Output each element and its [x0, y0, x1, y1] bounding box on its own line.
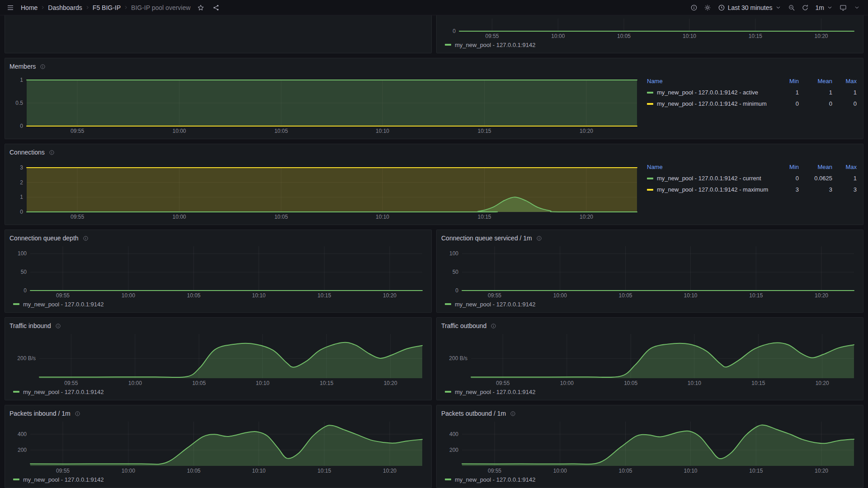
- gear-icon[interactable]: [702, 2, 713, 14]
- info-icon[interactable]: [75, 411, 80, 417]
- svg-text:100: 100: [18, 250, 27, 257]
- menu-toggle-icon[interactable]: [5, 2, 16, 14]
- svg-text:100: 100: [449, 250, 458, 257]
- series-color-marker: [647, 178, 653, 179]
- info-icon[interactable]: [49, 150, 55, 155]
- info-icon[interactable]: [536, 235, 542, 241]
- svg-text:09:55: 09:55: [71, 128, 84, 134]
- svg-text:0: 0: [453, 28, 456, 34]
- info-icon[interactable]: [510, 411, 516, 417]
- series-toggle[interactable]: my_new_pool - 127.0.0.1:9142 - minimum: [647, 100, 772, 107]
- svg-text:10:00: 10:00: [553, 292, 567, 299]
- panel-header: Packets outbound / 1m: [441, 409, 859, 418]
- series-legend-label[interactable]: my_new_pool - 127.0.0.1:9142: [455, 301, 536, 308]
- svg-text:10:15: 10:15: [477, 128, 491, 134]
- time-range-picker[interactable]: Last 30 minutes: [715, 2, 784, 14]
- series-legend-label[interactable]: my_new_pool - 127.0.0.1:9142: [455, 476, 536, 483]
- legend: my_new_pool - 127.0.0.1:9142: [441, 475, 859, 484]
- legend-col-max[interactable]: Max: [832, 78, 857, 84]
- svg-text:10:05: 10:05: [617, 33, 631, 39]
- svg-text:10:15: 10:15: [477, 214, 491, 220]
- breadcrumb-folder[interactable]: F5 BIG-IP: [92, 4, 122, 11]
- panel-title-connections[interactable]: Connections: [9, 149, 45, 156]
- refresh-icon[interactable]: [799, 2, 811, 14]
- info-icon[interactable]: [83, 235, 89, 241]
- svg-text:10:10: 10:10: [683, 33, 696, 39]
- series-legend-label[interactable]: my_new_pool - 127.0.0.1:9142: [455, 389, 536, 395]
- members-chart[interactable]: 09:5510:0010:0510:1010:1510:2000.51: [9, 72, 642, 135]
- svg-text:400: 400: [18, 431, 27, 437]
- legend-col-name[interactable]: Name: [647, 78, 772, 84]
- panel-title-packets-outbound[interactable]: Packets outbound / 1m: [441, 410, 506, 417]
- panel-title-traffic-inbound[interactable]: Traffic inbound: [9, 322, 51, 329]
- svg-text:10:20: 10:20: [815, 292, 828, 299]
- panel-header: Connections: [9, 148, 859, 157]
- svg-text:09:55: 09:55: [56, 468, 70, 474]
- legend-col-mean[interactable]: Mean: [799, 164, 832, 170]
- svg-text:10:05: 10:05: [187, 292, 200, 299]
- svg-text:1: 1: [20, 194, 23, 200]
- monitor-icon[interactable]: [837, 2, 849, 14]
- panel-title-traffic-outbound[interactable]: Traffic outbound: [441, 322, 486, 329]
- breadcrumb-dashboards[interactable]: Dashboards: [47, 4, 83, 11]
- zoom-out-icon[interactable]: [786, 2, 797, 14]
- svg-text:10:05: 10:05: [187, 468, 200, 474]
- stat-mean: 0.0625: [799, 175, 832, 182]
- breadcrumb-home[interactable]: Home: [20, 4, 38, 11]
- legend-col-min[interactable]: Min: [772, 164, 799, 170]
- svg-text:10:20: 10:20: [815, 468, 828, 474]
- panel-title-packets-inbound[interactable]: Packets inbound / 1m: [9, 410, 71, 417]
- svg-text:10:20: 10:20: [816, 380, 829, 386]
- series-legend-label[interactable]: my_new_pool - 127.0.0.1:9142: [455, 42, 536, 48]
- share-icon[interactable]: [210, 2, 222, 14]
- traffic-outbound-chart[interactable]: 09:5510:0010:0510:1010:1510:20200 B/s: [441, 331, 859, 387]
- series-toggle[interactable]: my_new_pool - 127.0.0.1:9142 - current: [647, 175, 772, 182]
- series-legend-label[interactable]: my_new_pool - 127.0.0.1:9142: [23, 476, 104, 483]
- refresh-interval-label: 1m: [816, 4, 824, 11]
- star-icon[interactable]: [195, 2, 207, 14]
- svg-text:09:55: 09:55: [71, 214, 84, 220]
- svg-text:0: 0: [20, 123, 23, 129]
- connection-queue-depth-chart[interactable]: 09:5510:0010:0510:1010:1510:20050100: [9, 244, 427, 300]
- svg-text:10:15: 10:15: [751, 380, 765, 386]
- series-toggle[interactable]: my_new_pool - 127.0.0.1:9142 - active: [647, 89, 772, 96]
- series-legend-label[interactable]: my_new_pool - 127.0.0.1:9142: [23, 389, 104, 395]
- svg-text:400: 400: [449, 431, 458, 437]
- panel-title-connection-queue-serviced[interactable]: Connection queue serviced / 1m: [441, 235, 532, 242]
- svg-text:10:10: 10:10: [252, 468, 265, 474]
- svg-text:200 B/s: 200 B/s: [449, 355, 467, 361]
- chevron-down-icon[interactable]: [851, 2, 863, 14]
- partial-chart[interactable]: 09:5510:0010:0510:1010:1510:200: [441, 17, 859, 40]
- packets-outbound-chart[interactable]: 09:5510:0010:0510:1010:1510:20200400: [441, 419, 859, 475]
- svg-text:10:15: 10:15: [317, 292, 331, 299]
- dashboard-info-icon[interactable]: [688, 2, 700, 14]
- svg-text:200: 200: [449, 447, 458, 453]
- series-color-marker: [13, 479, 19, 480]
- legend: my_new_pool - 127.0.0.1:9142: [9, 387, 427, 396]
- info-icon[interactable]: [491, 323, 496, 329]
- svg-text:09:55: 09:55: [496, 380, 509, 386]
- traffic-inbound-chart[interactable]: 09:5510:0010:0510:1010:1510:20200 B/s: [9, 331, 427, 387]
- series-legend-label[interactable]: my_new_pool - 127.0.0.1:9142: [23, 301, 104, 308]
- series-color-marker: [647, 92, 653, 94]
- legend-col-name[interactable]: Name: [647, 164, 772, 170]
- series-toggle[interactable]: my_new_pool - 127.0.0.1:9142 - maximum: [647, 186, 772, 193]
- panel-title-connection-queue-depth[interactable]: Connection queue depth: [9, 235, 79, 242]
- panel-partial-top-right: 09:5510:0010:0510:1010:1510:200 my_new_p…: [436, 15, 863, 53]
- series-color-marker: [647, 189, 653, 191]
- panel-title-members[interactable]: Members: [9, 63, 36, 70]
- legend: my_new_pool - 127.0.0.1:9142: [441, 40, 859, 49]
- connection-queue-serviced-chart[interactable]: 09:5510:0010:0510:1010:1510:20050100: [441, 244, 859, 300]
- svg-text:10:05: 10:05: [192, 380, 206, 386]
- connections-chart[interactable]: 09:5510:0010:0510:1010:1510:200123: [9, 158, 642, 221]
- refresh-interval-picker[interactable]: 1m: [813, 2, 835, 14]
- svg-text:10:15: 10:15: [749, 292, 763, 299]
- svg-text:09:55: 09:55: [488, 468, 501, 474]
- legend-col-max[interactable]: Max: [832, 164, 857, 170]
- packets-inbound-chart[interactable]: 09:5510:0010:0510:1010:1510:20200400: [9, 419, 427, 475]
- info-icon[interactable]: [55, 323, 61, 329]
- series-name: my_new_pool - 127.0.0.1:9142 - current: [657, 175, 761, 182]
- info-icon[interactable]: [40, 64, 46, 70]
- legend-col-min[interactable]: Min: [772, 78, 799, 84]
- legend-col-mean[interactable]: Mean: [799, 78, 832, 84]
